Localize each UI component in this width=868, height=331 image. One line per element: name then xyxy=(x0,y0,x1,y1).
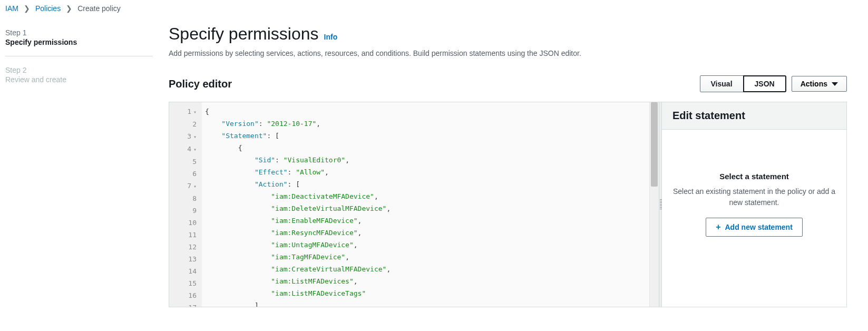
panel-header: Edit statement xyxy=(662,102,846,130)
chevron-right-icon: ❯ xyxy=(24,4,30,13)
breadcrumb-current: Create policy xyxy=(77,4,121,13)
json-editor[interactable]: 1▾23▾4▾567▾891011121314151617 { "Version… xyxy=(169,102,659,307)
wizard-steps: Step 1 Specify permissions Step 2 Review… xyxy=(0,19,158,307)
chevron-right-icon: ❯ xyxy=(66,4,72,13)
add-statement-label: Add new statement xyxy=(725,223,792,231)
tab-json[interactable]: JSON xyxy=(743,75,786,92)
caret-down-icon xyxy=(832,82,838,86)
line-gutter: 1▾23▾4▾567▾891011121314151617 xyxy=(169,102,202,307)
divider xyxy=(5,56,153,56)
policy-editor-title: Policy editor xyxy=(169,78,232,90)
step-1-label[interactable]: Specify permissions xyxy=(5,38,153,46)
step-2-num: Step 2 xyxy=(5,66,153,74)
page-title: Specify permissions xyxy=(169,24,319,44)
step-1-num: Step 1 xyxy=(5,28,153,37)
page-description: Add permissions by selecting services, a… xyxy=(169,49,847,57)
info-link[interactable]: Info xyxy=(324,33,338,41)
add-new-statement-button[interactable]: + Add new statement xyxy=(706,218,803,237)
resize-handle[interactable] xyxy=(659,102,662,307)
code-content[interactable]: { "Version": "2012-10-17", "Statement": … xyxy=(202,102,649,307)
editor-mode-toggle: Visual JSON xyxy=(700,75,786,92)
breadcrumb: IAM ❯ Policies ❯ Create policy xyxy=(0,0,868,19)
breadcrumb-iam[interactable]: IAM xyxy=(5,4,18,13)
scrollbar-thumb[interactable] xyxy=(651,102,658,187)
panel-title: Select a statement xyxy=(672,172,836,181)
scrollbar[interactable] xyxy=(649,102,659,307)
step-2-label: Review and create xyxy=(5,75,153,84)
panel-desc: Select an existing statement in the poli… xyxy=(672,186,836,208)
tab-visual[interactable]: Visual xyxy=(700,75,743,92)
plus-icon: + xyxy=(716,222,720,232)
breadcrumb-policies[interactable]: Policies xyxy=(35,4,61,13)
actions-dropdown[interactable]: Actions xyxy=(792,76,847,92)
actions-label: Actions xyxy=(801,80,827,88)
edit-statement-panel: Edit statement Select a statement Select… xyxy=(662,102,846,307)
